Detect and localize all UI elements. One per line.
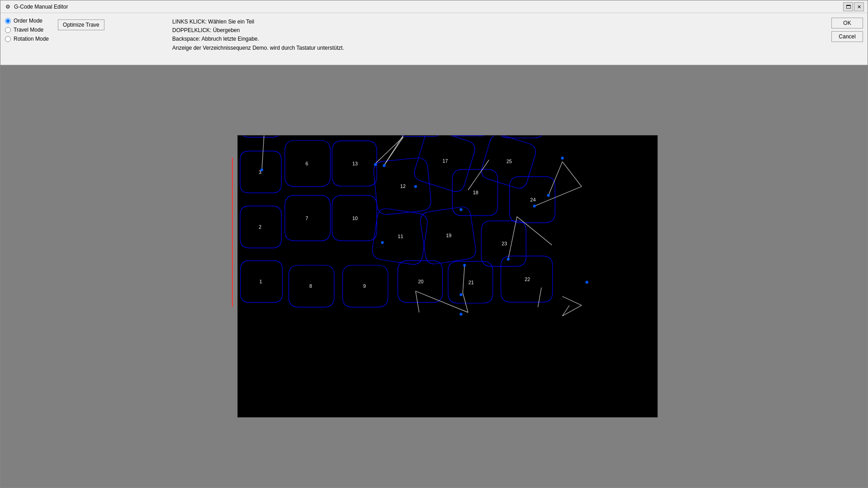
title-bar-buttons: 🗖 ✕ [843,2,864,11]
rotation-mode-radio[interactable] [5,36,11,42]
restore-button[interactable]: 🗖 [843,2,853,11]
instruction-line-1: LINKS KLICK: Wählen Sie ein Teil [172,18,344,26]
toolbar-row: Order Mode Travel Mode Rotation Mode Opt… [5,16,863,42]
rotation-mode-label: Rotation Mode [14,36,49,42]
travel-mode-label: Travel Mode [14,27,43,33]
mode-radio-group: Order Mode Travel Mode Rotation Mode [5,16,49,42]
instruction-line-3: Backspace: Abbruch letzte Eingabe. [172,35,344,43]
optimize-button[interactable]: Optimize Trave [58,19,104,30]
close-button[interactable]: ✕ [854,2,864,11]
instruction-line-2: DOPPELKLICK: Übergeben [172,26,344,35]
instruction-line-4: Anzeige der Verzeichnissequenz Demo. wir… [172,44,344,52]
main-canvas[interactable] [237,135,658,418]
canvas-area [0,65,868,488]
window-icon: ⚙ [4,3,11,10]
travel-mode-option[interactable]: Travel Mode [5,27,49,33]
canvas-container [237,135,658,418]
order-mode-option[interactable]: Order Mode [5,18,49,24]
cancel-button[interactable]: Cancel [831,31,863,42]
main-window: ⚙ G-Code Manual Editor 🗖 ✕ Order Mode Tr… [0,0,868,488]
optimize-section: Optimize Trave [58,16,104,30]
window-title: G-Code Manual Editor [14,4,864,10]
rotation-mode-option[interactable]: Rotation Mode [5,36,49,42]
ok-cancel-group: OK Cancel [831,18,863,42]
travel-mode-radio[interactable] [5,27,11,33]
instructions-panel: LINKS KLICK: Wählen Sie ein Teil DOPPELK… [172,18,344,52]
title-bar: ⚙ G-Code Manual Editor 🗖 ✕ [0,0,868,13]
order-mode-label: Order Mode [14,18,42,24]
ok-button[interactable]: OK [831,18,863,28]
red-indicator-line [232,158,233,307]
toolbar: Order Mode Travel Mode Rotation Mode Opt… [0,13,868,65]
order-mode-radio[interactable] [5,18,11,24]
